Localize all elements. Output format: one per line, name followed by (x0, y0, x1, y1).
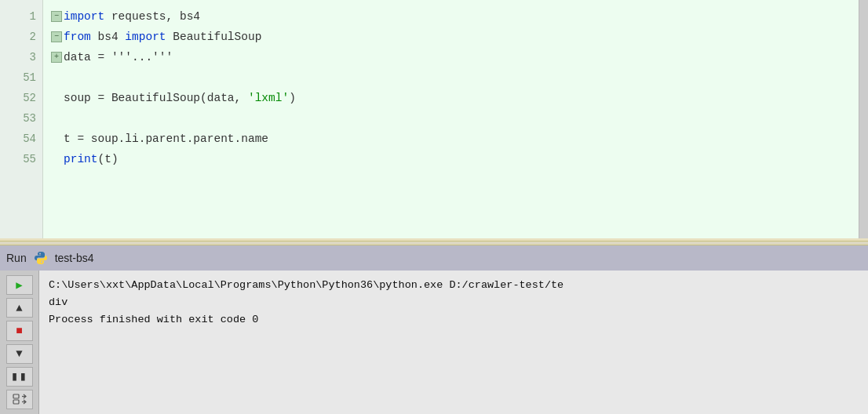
line-number: 53 (0, 108, 42, 129)
python-icon (33, 250, 49, 266)
fold-minus-button[interactable]: − (51, 31, 62, 42)
scroll-up-button[interactable]: ▲ (6, 298, 33, 318)
svg-rect-0 (13, 394, 19, 398)
line-number: 54 (0, 129, 42, 149)
code-token: from (64, 27, 98, 47)
code-line: print(t) (51, 149, 859, 169)
run-header: Run test-bs4 (0, 245, 868, 271)
run-panel: Run test-bs4 ▶ ▲ ■ ▼ ▮▮ (0, 245, 868, 414)
code-token: data = '''...''' (64, 47, 173, 67)
stop-button[interactable]: ■ (6, 321, 33, 340)
line-numbers: 1235152535455 (0, 0, 43, 238)
code-token: BeautifulSoup (173, 27, 261, 47)
scroll-down-button[interactable]: ▼ (6, 344, 33, 364)
pause-button[interactable]: ▮▮ (6, 367, 33, 387)
run-tab-label[interactable]: test-bs4 (55, 252, 94, 264)
code-token: ) (289, 88, 296, 108)
code-token: bs4 (98, 27, 126, 47)
line-number: 55 (0, 149, 42, 169)
line-number: 3 (0, 47, 42, 67)
output-line: C:\Users\xxt\AppData\Local\Programs\Pyth… (49, 277, 859, 294)
code-editor: 1235152535455 −import requests, bs4−from… (0, 0, 868, 241)
code-token: print (64, 149, 98, 169)
code-line (51, 108, 859, 129)
fold-minus-button[interactable]: − (51, 11, 62, 22)
run-controls: ▶ ▲ ■ ▼ ▮▮ (0, 271, 39, 414)
code-token: 'lxml' (248, 88, 289, 108)
code-line: −from bs4 import BeautifulSoup (51, 27, 859, 47)
code-token: import (64, 6, 111, 27)
code-lines: −import requests, bs4−from bs4 import Be… (43, 0, 859, 238)
line-number: 51 (0, 67, 42, 88)
run-body: ▶ ▲ ■ ▼ ▮▮ C:\Users\xxt\AppData\Local\Pr… (0, 271, 868, 414)
run-label: Run (6, 252, 27, 264)
code-line: +data = '''...''' (51, 47, 859, 67)
output-line: div (49, 294, 859, 311)
code-token: requests, bs4 (111, 6, 200, 27)
code-token: t = soup.li.parent.parent.name (64, 129, 268, 149)
code-line: −import requests, bs4 (51, 6, 859, 27)
output-line: Process finished with exit code 0 (49, 311, 859, 329)
settings-button[interactable] (6, 390, 33, 409)
editor-scrollbar[interactable] (859, 0, 868, 238)
code-token: soup = BeautifulSoup(data, (64, 88, 248, 108)
play-button[interactable]: ▶ (6, 275, 33, 295)
code-token: (t) (98, 149, 119, 169)
code-line (51, 67, 859, 88)
line-number: 2 (0, 27, 42, 47)
fold-plus-button[interactable]: + (51, 52, 62, 63)
code-line: t = soup.li.parent.parent.name (51, 129, 859, 149)
line-number: 52 (0, 88, 42, 108)
code-token: import (125, 27, 173, 47)
output-area: C:\Users\xxt\AppData\Local\Programs\Pyth… (39, 271, 868, 414)
code-line: soup = BeautifulSoup(data, 'lxml') (51, 88, 859, 108)
line-number: 1 (0, 6, 42, 27)
svg-rect-1 (13, 400, 19, 404)
